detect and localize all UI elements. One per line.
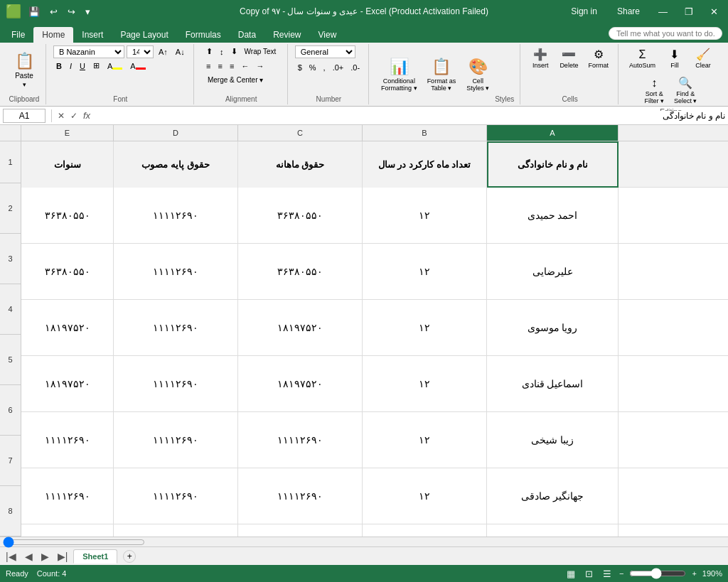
comma-btn[interactable]: , xyxy=(321,62,328,73)
align-middle-btn[interactable]: ↕ xyxy=(217,45,227,58)
row-num-8[interactable]: 8 xyxy=(0,486,21,537)
insert-btn[interactable]: ➕ Insert xyxy=(528,45,553,71)
decrease-font-btn[interactable]: A↓ xyxy=(173,46,188,58)
cell-b7[interactable]: ۱۲ xyxy=(363,468,487,524)
header-b[interactable]: تعداد ماه کارکرد در سال xyxy=(363,141,487,188)
cell-styles-btn[interactable]: 🎨 CellStyles ▾ xyxy=(461,54,495,95)
col-header-b[interactable]: B xyxy=(363,125,487,141)
zoom-plus[interactable]: + xyxy=(692,569,696,578)
header-c[interactable]: حقوق ماهانه xyxy=(238,141,363,188)
cell-d7[interactable]: ۱۱۱۱۲۶۹۰ xyxy=(114,468,238,524)
cell-e7[interactable]: ۱۱۱۱۲۶۹۰ xyxy=(21,468,114,524)
align-right-btn[interactable]: ≡ xyxy=(227,60,237,72)
row-num-7[interactable]: 7 xyxy=(0,436,21,486)
cell-d4[interactable]: ۱۱۱۱۲۶۹۰ xyxy=(114,300,238,355)
percent-btn[interactable]: % xyxy=(306,62,319,73)
sheet-nav-next[interactable]: ▶ xyxy=(38,549,52,564)
delete-btn[interactable]: ➖ Delete xyxy=(556,45,582,71)
cell-c2[interactable]: ۳۶۳۸۰۵۵۰ xyxy=(238,188,363,243)
cell-e6[interactable]: ۱۱۱۱۲۶۹۰ xyxy=(21,412,114,468)
font-size-select[interactable]: 14 xyxy=(127,45,154,58)
align-top-btn[interactable]: ⬆ xyxy=(203,45,215,58)
col-header-c[interactable]: C xyxy=(238,125,363,141)
border-button[interactable]: ⊞ xyxy=(90,60,102,72)
font-color-button[interactable]: A xyxy=(127,60,148,72)
tell-me-input[interactable] xyxy=(609,27,722,40)
tab-review[interactable]: Review xyxy=(264,27,309,43)
cell-a7[interactable]: جهانگیر صادقی xyxy=(487,468,619,524)
align-left-btn[interactable]: ≡ xyxy=(203,60,213,72)
tab-page-layout[interactable]: Page Layout xyxy=(112,27,176,43)
row-num-3[interactable]: 3 xyxy=(0,234,21,284)
cell-b3[interactable]: ۱۲ xyxy=(363,244,487,299)
zoom-minus[interactable]: − xyxy=(619,569,623,578)
page-layout-btn[interactable]: ⊡ xyxy=(583,568,595,580)
cell-c8[interactable]: ۱۱۱۱۲۶۹۰ xyxy=(238,524,363,537)
horizontal-scrollbar[interactable] xyxy=(0,537,728,546)
underline-button[interactable]: U xyxy=(77,60,88,72)
font-name-select[interactable]: B Nazanin xyxy=(53,45,124,58)
bold-button[interactable]: B xyxy=(53,60,65,72)
cell-d2[interactable]: ۱۱۱۱۲۶۹۰ xyxy=(114,188,238,243)
formula-input[interactable] xyxy=(93,111,725,121)
paste-dropdown[interactable]: ▾ xyxy=(23,81,26,88)
fill-btn[interactable]: ⬇ Fill xyxy=(662,45,687,71)
tab-home[interactable]: Home xyxy=(33,27,73,43)
cell-b8[interactable]: ۱۲ xyxy=(363,524,487,537)
tab-file[interactable]: File xyxy=(3,27,33,43)
format-btn[interactable]: ⚙ Format xyxy=(584,45,612,71)
cell-b6[interactable]: ۱۲ xyxy=(363,412,487,468)
zoom-slider[interactable] xyxy=(629,568,686,579)
qat-redo[interactable]: ↪ xyxy=(65,5,78,18)
format-table-btn[interactable]: 📋 Format asTable ▾ xyxy=(422,54,461,95)
qat-undo[interactable]: ↩ xyxy=(47,5,60,18)
row-num-6[interactable]: 6 xyxy=(0,385,21,436)
normal-view-btn[interactable]: ▦ xyxy=(564,568,577,580)
cell-b4[interactable]: ۱۲ xyxy=(363,300,487,355)
align-bottom-btn[interactable]: ⬇ xyxy=(228,45,240,58)
cell-c3[interactable]: ۳۶۳۸۰۵۵۰ xyxy=(238,244,363,299)
cell-d6[interactable]: ۱۱۱۱۲۶۹۰ xyxy=(114,412,238,468)
fx-button[interactable]: fx xyxy=(83,110,90,121)
col-header-e[interactable]: E xyxy=(21,125,114,141)
cell-a5[interactable]: اسماعیل قنادی xyxy=(487,356,619,411)
page-break-btn[interactable]: ☰ xyxy=(601,568,614,580)
cell-c5[interactable]: ۱۸۱۹۷۵۲۰ xyxy=(238,356,363,411)
find-select-btn[interactable]: 🔍 Find &Select ▾ xyxy=(670,74,701,107)
cell-e3[interactable]: ۳۶۳۸۰۵۵۰ xyxy=(21,244,114,299)
tab-data[interactable]: Data xyxy=(230,27,264,43)
tab-insert[interactable]: Insert xyxy=(73,27,112,43)
cell-b5[interactable]: ۱۲ xyxy=(363,356,487,411)
header-e[interactable]: سنوات xyxy=(21,141,114,188)
cell-a8[interactable]: محمدرضا عباسی xyxy=(487,524,619,537)
row-num-5[interactable]: 5 xyxy=(0,335,21,385)
close-button[interactable]: ✕ xyxy=(706,5,722,18)
header-a[interactable]: نام و نام خانوادگی xyxy=(487,141,619,188)
signin-button[interactable]: Sign in xyxy=(565,5,603,18)
name-box[interactable] xyxy=(3,109,46,123)
cell-a6[interactable]: زیبا شیخی xyxy=(487,412,619,468)
confirm-icon[interactable]: ✓ xyxy=(70,111,77,121)
qat-customize[interactable]: ▾ xyxy=(82,5,93,18)
cell-b2[interactable]: ۱۲ xyxy=(363,188,487,243)
dec-decrease-btn[interactable]: .0- xyxy=(348,62,363,73)
clear-btn[interactable]: 🧹 Clear xyxy=(690,45,716,71)
merge-center-btn[interactable]: Merge & Center ▾ xyxy=(203,75,267,85)
cell-c7[interactable]: ۱۱۱۱۲۶۹۰ xyxy=(238,468,363,524)
cell-d8[interactable]: ۱۱۱۱۲۶۹۰ xyxy=(114,524,238,537)
tab-formulas[interactable]: Formulas xyxy=(177,27,230,43)
cancel-icon[interactable]: ✕ xyxy=(58,111,65,121)
cell-e2[interactable]: ۳۶۳۸۰۵۵۰ xyxy=(21,188,114,243)
cell-c4[interactable]: ۱۸۱۹۷۵۲۰ xyxy=(238,300,363,355)
col-header-a[interactable]: A xyxy=(487,125,619,141)
row-num-2[interactable]: 2 xyxy=(0,183,21,234)
share-button[interactable]: Share xyxy=(611,5,646,18)
restore-button[interactable]: ❐ xyxy=(680,5,697,18)
sheet-tab-sheet1[interactable]: Sheet1 xyxy=(73,549,117,564)
indent-decrease-btn[interactable]: ← xyxy=(238,60,252,72)
minimize-button[interactable]: — xyxy=(654,5,672,18)
currency-btn[interactable]: $ xyxy=(295,62,305,73)
align-center-btn[interactable]: ≡ xyxy=(215,60,225,72)
cell-e5[interactable]: ۱۸۱۹۷۵۲۰ xyxy=(21,356,114,411)
sort-filter-btn[interactable]: ↕ Sort &Filter ▾ xyxy=(641,74,668,107)
